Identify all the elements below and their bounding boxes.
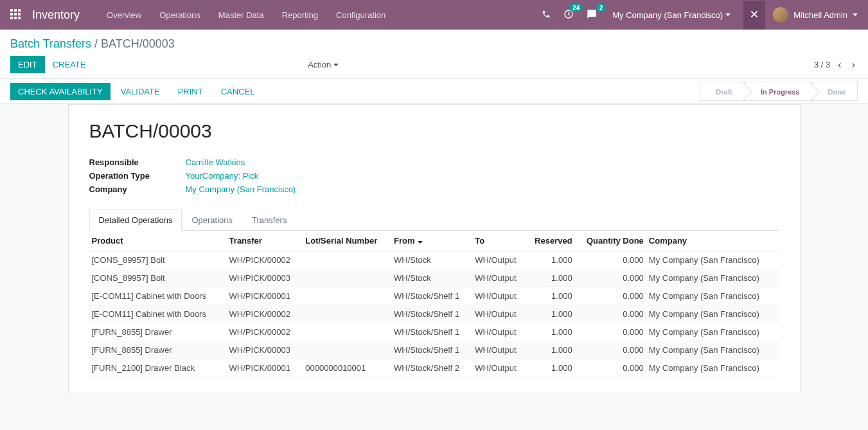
col-transfer[interactable]: Transfer bbox=[227, 231, 303, 251]
company-label: Company bbox=[89, 184, 186, 194]
activity-badge: 24 bbox=[569, 4, 583, 12]
table-row[interactable]: [E-COM11] Cabinet with DoorsWH/PICK/0000… bbox=[89, 305, 779, 323]
cell-reserved: 1.000 bbox=[526, 251, 574, 269]
cell-product: [CONS_89957] Bolt bbox=[89, 251, 227, 269]
col-lot[interactable]: Lot/Serial Number bbox=[303, 231, 391, 251]
menu-master-data[interactable]: Master Data bbox=[211, 6, 272, 24]
tabs: Detailed Operations Operations Transfers bbox=[89, 210, 779, 231]
cell-from: WH/Stock/Shelf 1 bbox=[391, 305, 472, 323]
form-sheet: BATCH/00003 Responsible Camille Watkins … bbox=[68, 104, 801, 393]
breadcrumb: Batch Transfers / BATCH/00003 bbox=[10, 37, 858, 51]
menu-overview[interactable]: Overview bbox=[99, 6, 149, 24]
tab-transfers[interactable]: Transfers bbox=[242, 210, 296, 231]
operation-type-value[interactable]: YourCompany: Pick bbox=[186, 171, 259, 181]
cell-qty: 0.000 bbox=[575, 269, 646, 287]
col-to[interactable]: To bbox=[472, 231, 526, 251]
cell-product: [E-COM11] Cabinet with Doors bbox=[89, 305, 227, 323]
cell-from: WH/Stock/Shelf 1 bbox=[391, 341, 472, 359]
breadcrumb-parent[interactable]: Batch Transfers bbox=[10, 37, 91, 50]
cell-transfer: WH/PICK/00002 bbox=[227, 323, 303, 341]
cell-product: [FURN_8855] Drawer bbox=[89, 341, 227, 359]
pager-next[interactable]: › bbox=[849, 58, 858, 72]
cell-reserved: 1.000 bbox=[526, 305, 574, 323]
cancel-button[interactable]: Cancel bbox=[213, 83, 263, 100]
status-draft[interactable]: Draft bbox=[700, 82, 745, 101]
cell-lot: 0000000010001 bbox=[303, 359, 391, 377]
cell-company: My Company (San Francisco) bbox=[646, 287, 779, 305]
cell-to: WH/Output bbox=[472, 287, 526, 305]
cell-product: [CONS_89957] Bolt bbox=[89, 269, 227, 287]
app-brand[interactable]: Inventory bbox=[32, 8, 80, 22]
cell-reserved: 1.000 bbox=[526, 341, 574, 359]
create-button[interactable]: Create bbox=[45, 56, 94, 73]
cell-lot bbox=[303, 269, 391, 287]
company-selector[interactable]: My Company (San Francisco) bbox=[607, 10, 736, 20]
cell-lot bbox=[303, 251, 391, 269]
print-button[interactable]: Print bbox=[170, 83, 211, 100]
user-name: Mitchell Admin bbox=[793, 10, 847, 20]
cell-transfer: WH/PICK/00003 bbox=[227, 341, 303, 359]
activity-icon[interactable]: 24 bbox=[561, 6, 576, 24]
menu-operations[interactable]: Operations bbox=[152, 6, 208, 24]
cell-from: WH/Stock bbox=[391, 251, 472, 269]
action-dropdown[interactable]: Action bbox=[308, 60, 339, 69]
cell-qty: 0.000 bbox=[575, 305, 646, 323]
avatar bbox=[773, 7, 788, 22]
cell-to: WH/Output bbox=[472, 359, 526, 377]
check-availability-button[interactable]: Check Availability bbox=[10, 83, 111, 100]
cell-product: [FURN_2100] Drawer Black bbox=[89, 359, 227, 377]
menu-reporting[interactable]: Reporting bbox=[274, 6, 326, 24]
cell-reserved: 1.000 bbox=[526, 323, 574, 341]
cell-company: My Company (San Francisco) bbox=[646, 305, 779, 323]
col-from[interactable]: From bbox=[391, 231, 472, 251]
pager-counter[interactable]: 3 / 3 bbox=[814, 60, 830, 69]
col-company[interactable]: Company bbox=[646, 231, 779, 251]
table-row[interactable]: [CONS_89957] BoltWH/PICK/00002WH/StockWH… bbox=[89, 251, 779, 269]
cell-qty: 0.000 bbox=[575, 359, 646, 377]
cell-qty: 0.000 bbox=[575, 287, 646, 305]
user-menu[interactable]: Mitchell Admin bbox=[773, 7, 858, 22]
phone-icon[interactable] bbox=[539, 7, 553, 23]
cell-product: [FURN_8855] Drawer bbox=[89, 323, 227, 341]
menu-configuration[interactable]: Configuration bbox=[328, 6, 393, 24]
cell-reserved: 1.000 bbox=[526, 359, 574, 377]
apps-icon[interactable] bbox=[10, 9, 22, 21]
debug-close-icon[interactable] bbox=[743, 1, 765, 30]
company-value[interactable]: My Company (San Francisco) bbox=[186, 184, 296, 194]
chevron-down-icon bbox=[725, 13, 731, 16]
cell-reserved: 1.000 bbox=[526, 269, 574, 287]
tab-operations[interactable]: Operations bbox=[182, 210, 242, 231]
tab-detailed-operations[interactable]: Detailed Operations bbox=[89, 210, 182, 231]
pager-prev[interactable]: ‹ bbox=[835, 58, 844, 72]
status-in-progress[interactable]: In Progress bbox=[745, 82, 812, 101]
status-steps: Draft In Progress Done bbox=[700, 82, 858, 101]
col-product[interactable]: Product bbox=[89, 231, 227, 251]
cell-to: WH/Output bbox=[472, 323, 526, 341]
table-row[interactable]: [CONS_89957] BoltWH/PICK/00003WH/StockWH… bbox=[89, 269, 779, 287]
pager: 3 / 3 ‹ › bbox=[814, 58, 858, 72]
table-row[interactable]: [FURN_8855] DrawerWH/PICK/00003WH/Stock/… bbox=[89, 341, 779, 359]
messages-icon[interactable]: 2 bbox=[584, 6, 599, 24]
cell-to: WH/Output bbox=[472, 251, 526, 269]
col-reserved[interactable]: Reserved bbox=[526, 231, 574, 251]
cell-to: WH/Output bbox=[472, 269, 526, 287]
validate-button[interactable]: Validate bbox=[113, 83, 168, 100]
table-row[interactable]: [FURN_2100] Drawer BlackWH/PICK/00001000… bbox=[89, 359, 779, 377]
cell-to: WH/Output bbox=[472, 305, 526, 323]
table-row[interactable]: [FURN_8855] DrawerWH/PICK/00002WH/Stock/… bbox=[89, 323, 779, 341]
cell-from: WH/Stock/Shelf 1 bbox=[391, 287, 472, 305]
breadcrumb-current: BATCH/00003 bbox=[101, 37, 175, 50]
responsible-value[interactable]: Camille Watkins bbox=[186, 157, 245, 167]
cell-transfer: WH/PICK/00002 bbox=[227, 305, 303, 323]
col-qty-done[interactable]: Quantity Done bbox=[575, 231, 646, 251]
edit-button[interactable]: Edit bbox=[10, 56, 45, 73]
table-row[interactable]: [E-COM11] Cabinet with DoorsWH/PICK/0000… bbox=[89, 287, 779, 305]
cell-transfer: WH/PICK/00001 bbox=[227, 359, 303, 377]
company-name: My Company (San Francisco) bbox=[612, 10, 723, 20]
record-title: BATCH/00003 bbox=[89, 120, 779, 142]
cell-product: [E-COM11] Cabinet with Doors bbox=[89, 287, 227, 305]
control-panel: Batch Transfers / BATCH/00003 Edit Creat… bbox=[0, 30, 868, 78]
cell-company: My Company (San Francisco) bbox=[646, 251, 779, 269]
cell-transfer: WH/PICK/00002 bbox=[227, 251, 303, 269]
cell-from: WH/Stock bbox=[391, 269, 472, 287]
